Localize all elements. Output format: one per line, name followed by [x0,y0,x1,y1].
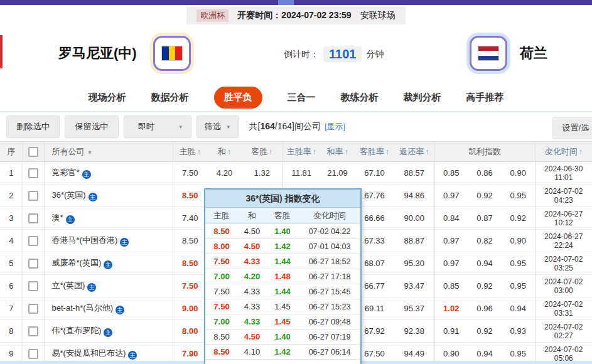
sort-asc-icon: ↑ [227,147,231,156]
row-checkbox[interactable] [28,326,38,336]
match-header: 罗马尼亚(中) 倒计时： 1101 分钟 荷兰 [0,26,592,83]
time-filter-dropdown[interactable]: 即时 ▼ [124,115,191,138]
row-checkbox[interactable] [28,349,38,359]
company-count: 共[164/164]间公司 [249,121,321,132]
match-info-box: 欧洲杯 开赛时间：2024-07-02 23:59 安联球场 [186,7,405,24]
sort-asc-icon: ↑ [385,147,389,156]
company-home-icon[interactable]: 主 [82,170,91,179]
company-dropdown-icon: ▼ [87,149,93,156]
away-team-flag [470,36,507,71]
row-checkbox[interactable] [28,304,38,314]
change-time: 03:00 [536,286,592,295]
header-change-time[interactable]: 变化时间↑ [535,142,592,162]
header-company[interactable]: 所有公司▼ [44,142,173,162]
change-date: 2024-07-02 [536,187,592,196]
row-checkbox[interactable] [28,259,38,269]
header-home-rate[interactable]: 主胜率↑ [283,142,320,162]
show-link[interactable]: [显示] [325,121,345,132]
return-rate: 88.57 [394,162,434,185]
company-home-icon[interactable]: 主 [128,351,137,360]
popup-away-odds: 1.48 [266,272,299,281]
change-date: 2024-06-27 [536,210,592,218]
filter-label: 筛选 [205,121,221,132]
kickoff-time: 开赛时间：2024-07-02 23:59 [237,10,351,21]
company-home-icon[interactable]: 主 [89,193,97,201]
company-home-icon[interactable]: 主 [104,260,112,269]
popup-draw-odds: 4.50 [238,332,266,341]
odds-history-popup: 36*(英国) 指数变化 主胜 和 客胜 变化时间 8.504.501.4007… [204,188,362,364]
return-rate: 95.30 [394,252,434,275]
popup-row: 7.004.331.4506-27 09:48 [205,314,360,329]
header-away-odds[interactable]: 客胜↑ [242,142,283,162]
header-home-odds[interactable]: 主胜↑ [173,142,207,162]
company-cell: bet-at-h*(马尔他)主 [44,297,173,320]
netherlands-flag-icon [478,46,499,61]
popup-header-away: 客胜 [266,210,299,222]
countdown-label: 倒计时： [284,49,319,60]
header-draw-rate[interactable]: 和率↑ [320,142,355,162]
popup-row: 7.504.331.4506-27 15:23 [205,299,360,314]
tab-4[interactable]: 教练分析 [341,92,379,104]
company-home-icon[interactable]: 主 [116,306,124,314]
row-checkbox[interactable] [28,213,38,223]
time-filter-value: 即时 [138,121,154,132]
kelly-value: 0.87 [468,207,502,230]
delete-selected-button[interactable]: 删除选中 [6,115,60,138]
row-seq: 4 [0,230,23,252]
company-cell: 竞彩官*主 [44,162,173,185]
tab-3[interactable]: 三合一 [288,92,316,104]
row-checkbox-cell [23,230,44,252]
row-checkbox[interactable] [28,168,38,178]
away-odds: 1.32 [242,162,283,185]
tab-2[interactable]: 胜平负 [214,87,262,109]
header-away-rate[interactable]: 客胜率↑ [355,142,394,162]
sort-asc-icon: ↑ [269,147,272,156]
home-odds: 8.50 [173,252,207,275]
company-name: 36*(英国) [52,190,86,200]
kelly-value: 0.93 [502,320,535,343]
popup-row: 8.004.501.4207-01 04:03 [205,239,360,254]
row-seq: 5 [0,252,23,275]
change-time-cell: 2024-07-0203:00 [535,275,592,297]
row-checkbox[interactable] [28,191,38,201]
company-home-icon[interactable]: 主 [87,283,96,292]
header-return-rate[interactable]: 返还率↑ [394,142,434,162]
tab-0[interactable]: 现场分析 [89,92,126,104]
tab-6[interactable]: 高手推荐 [466,92,504,104]
sort-asc-icon: ↑ [345,147,348,156]
row-seq: 7 [0,297,23,320]
company-home-icon[interactable]: 主 [104,328,112,337]
keep-selected-button[interactable]: 保留选中 [65,115,118,138]
filter-dropdown[interactable]: 筛选 ▼ [196,115,239,138]
company-home-icon[interactable]: 主 [120,238,129,247]
kelly-value: 0.95 [502,275,535,297]
settings-button[interactable]: 设置/选 [552,117,592,139]
tab-5[interactable]: 裁判分析 [404,92,441,104]
row-checkbox-cell [23,252,44,275]
company-name: bet-at-h*(马尔他) [52,303,114,313]
row-checkbox-cell [23,185,44,207]
table-header-row: 序 所有公司▼ 主胜↑ 和↑ 客胜↑ 主胜率↑ 和率↑ 客胜率↑ 返还率↑ 凯利… [0,142,592,162]
home-odds: 8.50 [173,230,207,252]
row-checkbox-cell [23,297,44,320]
popup-change-time: 06-27 09:48 [299,318,360,326]
popup-header-row: 主胜 和 客胜 变化时间 [205,208,360,224]
return-rate: 92.38 [394,320,434,343]
home-odds: 7.50 [173,162,207,185]
row-checkbox-cell [23,162,44,185]
popup-change-time: 06-27 15:45 [299,287,360,296]
select-all-checkbox[interactable] [28,147,38,157]
tab-1[interactable]: 数据分析 [151,92,189,104]
chevron-down-icon: ▼ [226,124,231,130]
popup-away-odds: 1.42 [266,242,299,251]
return-rate: 95.37 [394,297,434,320]
company-cell: 立*(英国)主 [44,275,173,297]
row-checkbox[interactable] [28,281,38,291]
company-home-icon[interactable]: 主 [66,215,75,224]
popup-home-odds: 8.50 [205,332,238,341]
popup-change-time: 06-27 18:52 [299,257,360,266]
header-draw-odds[interactable]: 和↑ [207,142,242,162]
change-time-cell: 2024-07-0204:23 [535,185,592,207]
kelly-value: 0.94 [468,252,502,275]
row-checkbox[interactable] [28,236,38,246]
